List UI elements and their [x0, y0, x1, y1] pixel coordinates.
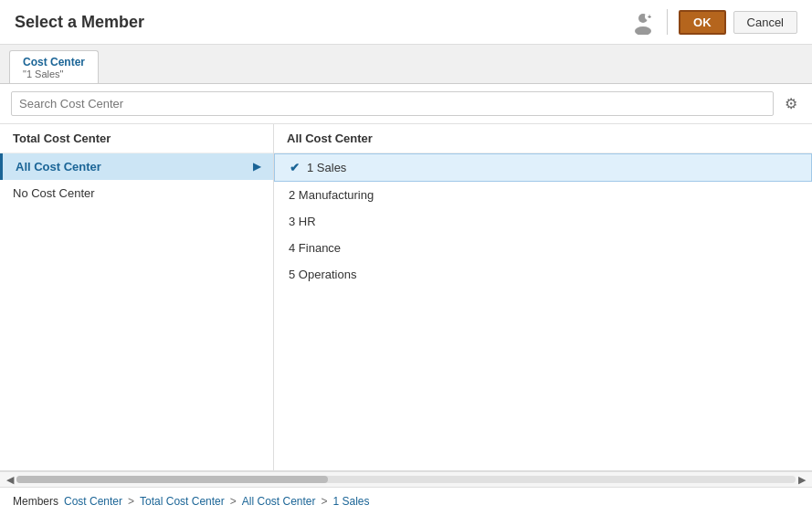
header-actions: + OK Cancel [630, 9, 797, 35]
breadcrumb-sep-1: > [128, 495, 134, 508]
breadcrumb-sep-2: > [230, 495, 237, 508]
breadcrumb-sep-3: > [322, 495, 328, 508]
checkmark-icon: ✔ [290, 161, 300, 174]
right-list-item-1-sales[interactable]: ✔ 1 Sales [274, 153, 812, 182]
tab-cost-center[interactable]: Cost Center "1 Sales" [9, 50, 99, 83]
item-label: 4 Finance [289, 241, 341, 255]
list-item-no-cost-center[interactable]: No Cost Center [0, 180, 273, 206]
right-panel-header: All Cost Center [274, 124, 812, 153]
list-item-all-cost-center[interactable]: All Cost Center ▶ [0, 153, 273, 180]
tab-name: Cost Center [23, 56, 85, 68]
scroll-right-button[interactable]: ▶ [796, 474, 808, 486]
scrollbar-area: ◀ ▶ [0, 471, 812, 488]
list-item-label: All Cost Center [16, 160, 101, 174]
header: Select a Member + OK Cancel [0, 0, 812, 45]
header-divider [667, 9, 668, 35]
right-list-item-5-operations[interactable]: 5 Operations [274, 261, 812, 288]
footer-members-label: Members [13, 495, 58, 508]
tab-bar: Cost Center "1 Sales" [0, 45, 812, 84]
left-panel: Total Cost Center All Cost Center ▶ No C… [0, 124, 274, 470]
scroll-track [16, 476, 796, 483]
svg-point-1 [635, 26, 651, 35]
user-icon: + [630, 9, 656, 35]
arrow-right-icon: ▶ [253, 161, 260, 173]
footer: Members Cost Center > Total Cost Center … [0, 488, 812, 515]
page-title: Select a Member [15, 13, 144, 32]
list-item-label: No Cost Center [13, 186, 95, 200]
right-list-item-3-hr[interactable]: 3 HR [274, 208, 812, 235]
search-input[interactable] [11, 91, 774, 116]
gear-button[interactable]: ⚙ [781, 93, 801, 114]
ok-button[interactable]: OK [679, 10, 726, 35]
user-icon-wrap: + [630, 9, 656, 35]
search-bar: ⚙ [0, 84, 812, 124]
item-label: 5 Operations [289, 268, 356, 281]
item-label: 1 Sales [307, 161, 346, 174]
content-area: Total Cost Center All Cost Center ▶ No C… [0, 124, 812, 471]
tab-subtitle: "1 Sales" [23, 68, 85, 79]
breadcrumb-all-cost-center[interactable]: All Cost Center [242, 495, 316, 508]
breadcrumb-total-cost-center[interactable]: Total Cost Center [140, 495, 225, 508]
scroll-left-button[interactable]: ◀ [4, 474, 16, 486]
breadcrumb-1-sales: 1 Sales [333, 495, 370, 508]
right-panel: All Cost Center ✔ 1 Sales 2 Manufacturin… [274, 124, 812, 470]
scroll-thumb [16, 476, 328, 483]
svg-text:+: + [648, 14, 651, 20]
right-list-item-2-manufacturing[interactable]: 2 Manufacturing [274, 182, 812, 208]
right-list-item-4-finance[interactable]: 4 Finance [274, 235, 812, 261]
item-label: 2 Manufacturing [289, 188, 374, 202]
item-label: 3 HR [289, 215, 316, 228]
gear-icon: ⚙ [785, 96, 797, 111]
breadcrumb-cost-center[interactable]: Cost Center [64, 495, 122, 508]
cancel-button[interactable]: Cancel [733, 11, 797, 34]
left-panel-header: Total Cost Center [0, 124, 273, 153]
